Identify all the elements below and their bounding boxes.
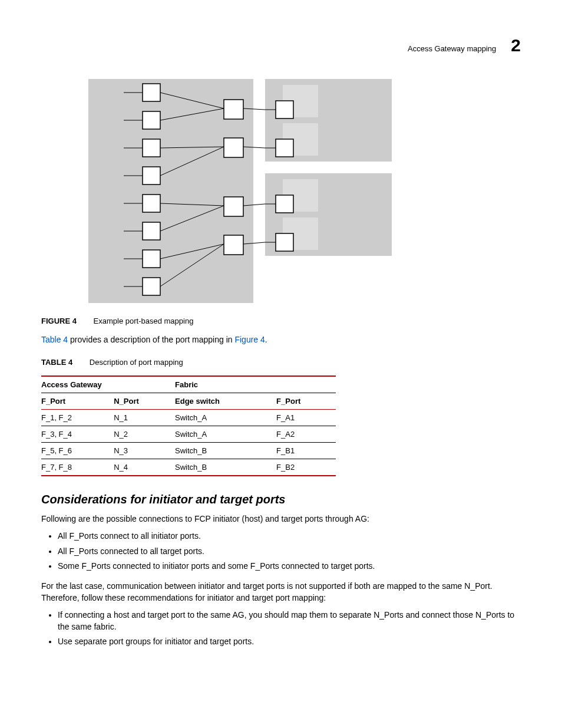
svg-rect-3 xyxy=(88,137,124,160)
table-cell: Switch_A xyxy=(175,409,276,426)
figure-title: Example port-based mapping xyxy=(94,317,194,325)
intro-post: . xyxy=(265,335,267,344)
svg-rect-16 xyxy=(143,250,160,268)
list-item: All F_Ports connect to all initiator por… xyxy=(58,531,521,542)
table-col-header: F_Port xyxy=(41,393,114,409)
svg-rect-17 xyxy=(143,278,160,295)
table-cell: Switch_A xyxy=(175,426,276,442)
table-row: F_3, F_4N_2Switch_AF_A2 xyxy=(41,426,336,442)
table-col-header: F_Port xyxy=(276,393,336,409)
svg-rect-5 xyxy=(88,193,124,215)
svg-rect-21 xyxy=(224,235,243,255)
para2: For the last case, communication between… xyxy=(41,581,521,604)
intro-mid: provides a description of the port mappi… xyxy=(68,335,234,344)
list-item: Some F_Ports connected to initiator port… xyxy=(58,561,521,572)
svg-rect-10 xyxy=(143,84,160,101)
svg-rect-19 xyxy=(224,138,243,157)
table-col-header: Edge switch xyxy=(175,393,276,409)
svg-rect-31 xyxy=(276,233,293,251)
table-label: TABLE 4 xyxy=(41,358,72,367)
list-item: Use separate port groups for initiator a… xyxy=(58,636,521,648)
figure-label: FIGURE 4 xyxy=(41,317,77,325)
table-cell: F_B1 xyxy=(276,442,336,459)
table-group-header: Fabric xyxy=(175,376,336,393)
table-cell: F_B2 xyxy=(276,459,336,476)
intro-paragraph: Table 4 provides a description of the po… xyxy=(41,334,521,346)
svg-rect-14 xyxy=(143,195,160,212)
header-chapter-number: 2 xyxy=(511,35,521,55)
svg-rect-15 xyxy=(143,222,160,240)
svg-rect-2 xyxy=(88,110,124,132)
table-row: F_1, F_2N_1Switch_AF_A1 xyxy=(41,409,336,426)
svg-rect-12 xyxy=(143,139,160,157)
table-cell: F_A1 xyxy=(276,409,336,426)
svg-rect-6 xyxy=(88,220,124,243)
bullet-list-1: All F_Ports connect to all initiator por… xyxy=(41,531,521,572)
svg-rect-13 xyxy=(143,167,160,185)
table-cell: F_5, F_6 xyxy=(41,442,114,459)
list-item: All F_Ports connected to all target port… xyxy=(58,546,521,558)
subheading: Considerations for initiator and target … xyxy=(41,493,521,506)
svg-rect-4 xyxy=(88,165,124,187)
svg-rect-8 xyxy=(88,276,124,298)
svg-rect-30 xyxy=(276,195,293,213)
table-col-header: N_Port xyxy=(114,393,175,409)
table-cell: F_3, F_4 xyxy=(41,426,114,442)
table-cell: F_1, F_2 xyxy=(41,409,114,426)
table-cell: N_1 xyxy=(114,409,175,426)
table-cell: F_A2 xyxy=(276,426,336,442)
table-cell: N_3 xyxy=(114,442,175,459)
svg-rect-1 xyxy=(88,82,124,104)
table-cell: N_4 xyxy=(114,459,175,476)
header-section-title: Access Gateway mapping xyxy=(408,44,496,53)
link-figure-4[interactable]: Figure 4 xyxy=(234,335,265,344)
svg-rect-18 xyxy=(224,100,243,119)
table-cell: N_2 xyxy=(114,426,175,442)
bullet-list-2: If connecting a host and target port to … xyxy=(41,610,521,648)
page-header: Access Gateway mapping 2 xyxy=(41,35,521,55)
svg-rect-11 xyxy=(143,111,160,129)
link-table-4[interactable]: Table 4 xyxy=(41,335,68,344)
svg-rect-20 xyxy=(224,197,243,216)
table-cell: Switch_B xyxy=(175,442,276,459)
intro2-paragraph: Following are the possible connections t… xyxy=(41,513,521,525)
table-cell: Switch_B xyxy=(175,459,276,476)
port-mapping-table: Access Gateway Fabric F_Port N_Port Edge… xyxy=(41,375,336,476)
table-cell: F_7, F_8 xyxy=(41,459,114,476)
list-item: If connecting a host and target port to … xyxy=(58,610,521,633)
svg-rect-7 xyxy=(88,248,124,271)
table-group-header: Access Gateway xyxy=(41,376,175,393)
figure-caption: FIGURE 4 Example port-based mapping xyxy=(41,317,521,325)
table-row: F_7, F_8N_4Switch_BF_B2 xyxy=(41,459,336,476)
table-caption: TABLE 4 Description of port mapping xyxy=(41,358,521,367)
table-row: F_5, F_6N_3Switch_BF_B1 xyxy=(41,442,336,459)
figure-diagram xyxy=(88,79,521,305)
svg-rect-29 xyxy=(276,139,293,157)
svg-rect-28 xyxy=(276,101,293,118)
table-title: Description of port mapping xyxy=(90,358,183,367)
